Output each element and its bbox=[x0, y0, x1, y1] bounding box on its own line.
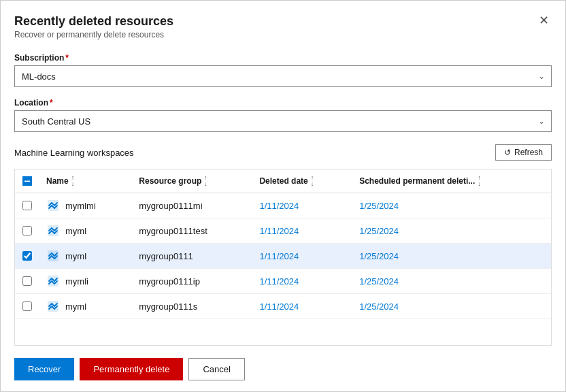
row-deleted-date: 1/11/2024 bbox=[252, 193, 352, 218]
row-deleted-date: 1/11/2024 bbox=[252, 269, 352, 294]
row-checkbox-cell bbox=[15, 244, 39, 269]
deleted-date-sort-icon: ↑↓ bbox=[311, 175, 314, 187]
row-name: myml bbox=[39, 218, 132, 244]
refresh-button[interactable]: ↺ Refresh bbox=[495, 144, 552, 161]
row-checkbox-cell bbox=[15, 193, 39, 218]
row-name-text: mymli bbox=[65, 276, 88, 287]
dialog: Recently deleted resources Recover or pe… bbox=[0, 0, 566, 392]
refresh-icon: ↺ bbox=[504, 148, 511, 157]
row-checkbox[interactable] bbox=[22, 301, 32, 311]
name-sort-icon: ↑↓ bbox=[71, 175, 75, 187]
dialog-subtitle: Recover or permanently delete resources bbox=[14, 30, 173, 39]
select-all-checkbox[interactable] bbox=[22, 176, 32, 186]
row-checkbox[interactable] bbox=[22, 251, 32, 261]
ml-workspace-icon bbox=[46, 224, 60, 238]
row-scheduled-delete: 1/25/2024 bbox=[352, 193, 551, 218]
row-scheduled-delete: 1/25/2024 bbox=[352, 294, 551, 319]
location-section: Location* South Central US ⌄ bbox=[14, 98, 552, 132]
table-body: mymlmimygroup0111mi1/11/20241/25/2024 my… bbox=[15, 193, 551, 319]
row-deleted-date: 1/11/2024 bbox=[252, 244, 352, 269]
ml-workspace-icon bbox=[46, 199, 60, 212]
row-name-text: myml bbox=[65, 301, 86, 312]
row-checkbox-cell bbox=[15, 269, 39, 294]
row-name-text: myml bbox=[65, 226, 86, 236]
header-checkbox-wrapper bbox=[22, 176, 33, 186]
header-scheduled-delete[interactable]: Scheduled permanent deleti... ↑↓ bbox=[352, 169, 551, 193]
subscription-select[interactable]: ML-docs bbox=[14, 65, 552, 87]
row-scheduled-delete: 1/25/2024 bbox=[352, 269, 551, 294]
header-resource-group[interactable]: Resource group ↑↓ bbox=[132, 169, 252, 193]
close-button[interactable]: ✕ bbox=[536, 14, 552, 27]
location-select[interactable]: South Central US bbox=[14, 110, 552, 132]
subscription-section: Subscription* ML-docs ⌄ bbox=[14, 53, 552, 87]
refresh-label: Refresh bbox=[514, 148, 543, 157]
row-resource-group: mygroup0111ip bbox=[132, 269, 252, 294]
row-checkbox-cell bbox=[15, 294, 39, 319]
row-scheduled-delete: 1/25/2024 bbox=[352, 218, 551, 244]
row-resource-group: mygroup0111mi bbox=[132, 193, 252, 218]
permanently-delete-button[interactable]: Permanently delete bbox=[80, 358, 183, 380]
table-row: mymlmimygroup0111mi1/11/20241/25/2024 bbox=[15, 193, 551, 218]
subscription-select-wrapper: ML-docs ⌄ bbox=[14, 65, 552, 87]
row-name: mymlmi bbox=[39, 193, 132, 218]
footer: Recover Permanently delete Cancel bbox=[14, 348, 552, 391]
header-name[interactable]: Name ↑↓ bbox=[39, 169, 132, 193]
row-resource-group: mygroup0111s bbox=[132, 294, 252, 319]
row-name-text: mymlmi bbox=[65, 201, 96, 211]
row-checkbox-cell bbox=[15, 218, 39, 244]
resources-table: Name ↑↓ Resource group ↑↓ Deleted date bbox=[15, 169, 551, 319]
subscription-label: Subscription* bbox=[14, 53, 552, 63]
dialog-title-section: Recently deleted resources Recover or pe… bbox=[14, 14, 173, 39]
workspace-label: Machine Learning workspaces bbox=[14, 148, 134, 158]
row-name-text: myml bbox=[65, 251, 86, 261]
scheduled-delete-sort-icon: ↑↓ bbox=[478, 175, 481, 187]
row-resource-group: mygroup0111 bbox=[132, 244, 252, 269]
resource-group-sort-icon: ↑↓ bbox=[204, 175, 207, 187]
location-label: Location* bbox=[14, 98, 552, 108]
dialog-header: Recently deleted resources Recover or pe… bbox=[14, 14, 552, 39]
dialog-title: Recently deleted resources bbox=[14, 14, 173, 29]
ml-workspace-icon bbox=[46, 299, 60, 313]
recover-button[interactable]: Recover bbox=[14, 358, 74, 380]
table-row: mymlmygroup0111s1/11/20241/25/2024 bbox=[15, 294, 551, 319]
row-name: myml bbox=[39, 294, 132, 319]
workspace-section: Machine Learning workspaces ↺ Refresh bbox=[14, 144, 552, 161]
header-checkbox-cell bbox=[15, 169, 39, 193]
svg-rect-0 bbox=[24, 181, 30, 182]
row-checkbox[interactable] bbox=[22, 201, 32, 210]
table-row: mymlmygroup0111test1/11/20241/25/2024 bbox=[15, 218, 551, 244]
row-scheduled-delete: 1/25/2024 bbox=[352, 244, 551, 269]
header-deleted-date[interactable]: Deleted date ↑↓ bbox=[252, 169, 352, 193]
cancel-button[interactable]: Cancel bbox=[188, 358, 244, 380]
row-name: myml bbox=[39, 244, 132, 269]
row-deleted-date: 1/11/2024 bbox=[252, 218, 352, 244]
resources-table-container: Name ↑↓ Resource group ↑↓ Deleted date bbox=[14, 169, 552, 346]
row-deleted-date: 1/11/2024 bbox=[252, 294, 352, 319]
location-select-wrapper: South Central US ⌄ bbox=[14, 110, 552, 132]
table-header-row: Name ↑↓ Resource group ↑↓ Deleted date bbox=[15, 169, 551, 193]
table-row: mymlimygroup0111ip1/11/20241/25/2024 bbox=[15, 269, 551, 294]
ml-workspace-icon bbox=[46, 274, 60, 288]
row-checkbox[interactable] bbox=[22, 276, 32, 286]
row-resource-group: mygroup0111test bbox=[132, 218, 252, 244]
table-row: mymlmygroup01111/11/20241/25/2024 bbox=[15, 244, 551, 269]
row-checkbox[interactable] bbox=[22, 226, 32, 235]
ml-workspace-icon bbox=[46, 249, 60, 263]
row-name: mymli bbox=[39, 269, 132, 294]
